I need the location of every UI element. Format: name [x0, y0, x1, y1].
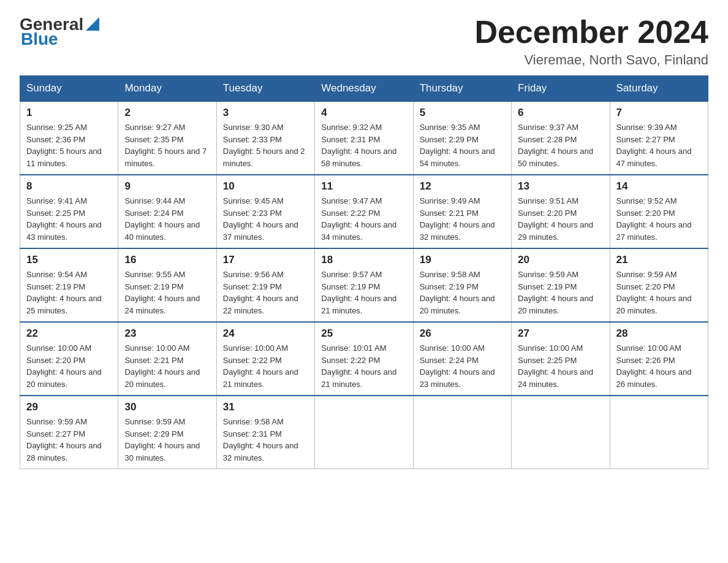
- weekday-header-thursday: Thursday: [413, 76, 511, 102]
- calendar-cell: 3 Sunrise: 9:30 AMSunset: 2:33 PMDayligh…: [216, 101, 314, 175]
- day-info: Sunrise: 9:54 AMSunset: 2:19 PMDaylight:…: [26, 269, 112, 316]
- day-info: Sunrise: 9:59 AMSunset: 2:27 PMDaylight:…: [26, 416, 112, 464]
- calendar-cell: 4 Sunrise: 9:32 AMSunset: 2:31 PMDayligh…: [315, 101, 413, 175]
- calendar-cell: 24 Sunrise: 10:00 AMSunset: 2:22 PMDayli…: [216, 322, 314, 396]
- day-number: 15: [26, 254, 112, 266]
- calendar-cell: 17 Sunrise: 9:56 AMSunset: 2:19 PMDaylig…: [216, 248, 314, 322]
- day-number: 16: [124, 254, 210, 266]
- day-info: Sunrise: 9:39 AMSunset: 2:27 PMDaylight:…: [616, 121, 702, 169]
- weekday-header-tuesday: Tuesday: [216, 76, 314, 102]
- day-number: 24: [223, 327, 308, 340]
- day-info: Sunrise: 9:57 AMSunset: 2:19 PMDaylight:…: [321, 269, 406, 316]
- day-info: Sunrise: 9:32 AMSunset: 2:31 PMDaylight:…: [321, 121, 406, 169]
- weekday-header-sunday: Sunday: [20, 76, 118, 102]
- calendar-cell: 26 Sunrise: 10:00 AMSunset: 2:24 PMDayli…: [413, 322, 511, 396]
- day-info: Sunrise: 9:35 AMSunset: 2:29 PMDaylight:…: [420, 121, 505, 169]
- day-number: 12: [420, 180, 505, 193]
- calendar-title: December 2024: [474, 15, 708, 50]
- calendar-cell: 21 Sunrise: 9:59 AMSunset: 2:20 PMDaylig…: [610, 248, 708, 322]
- calendar-cell: 20 Sunrise: 9:59 AMSunset: 2:19 PMDaylig…: [512, 248, 610, 322]
- day-info: Sunrise: 10:00 AMSunset: 2:20 PMDaylight…: [26, 342, 112, 390]
- day-info: Sunrise: 10:01 AMSunset: 2:22 PMDaylight…: [321, 342, 406, 390]
- calendar-cell: [413, 396, 511, 469]
- weekday-header-friday: Friday: [512, 76, 610, 102]
- day-info: Sunrise: 9:27 AMSunset: 2:35 PMDaylight:…: [124, 121, 210, 169]
- day-number: 23: [124, 327, 210, 340]
- calendar-cell: 10 Sunrise: 9:45 AMSunset: 2:23 PMDaylig…: [216, 175, 314, 248]
- day-number: 19: [420, 254, 505, 266]
- day-number: 8: [26, 180, 112, 193]
- day-info: Sunrise: 9:52 AMSunset: 2:20 PMDaylight:…: [616, 195, 702, 243]
- logo: General Blue: [20, 15, 99, 49]
- week-row-3: 15 Sunrise: 9:54 AMSunset: 2:19 PMDaylig…: [20, 248, 708, 322]
- calendar-cell: 19 Sunrise: 9:58 AMSunset: 2:19 PMDaylig…: [413, 248, 511, 322]
- day-info: Sunrise: 9:37 AMSunset: 2:28 PMDaylight:…: [518, 121, 603, 169]
- day-info: Sunrise: 10:00 AMSunset: 2:21 PMDaylight…: [124, 342, 210, 390]
- day-info: Sunrise: 9:59 AMSunset: 2:29 PMDaylight:…: [124, 416, 210, 464]
- day-info: Sunrise: 9:58 AMSunset: 2:19 PMDaylight:…: [420, 269, 505, 316]
- day-number: 1: [26, 107, 112, 119]
- day-info: Sunrise: 9:44 AMSunset: 2:24 PMDaylight:…: [124, 195, 210, 243]
- week-row-2: 8 Sunrise: 9:41 AMSunset: 2:25 PMDayligh…: [20, 175, 708, 248]
- calendar-cell: 13 Sunrise: 9:51 AMSunset: 2:20 PMDaylig…: [512, 175, 610, 248]
- calendar-cell: 2 Sunrise: 9:27 AMSunset: 2:35 PMDayligh…: [118, 101, 216, 175]
- day-info: Sunrise: 9:51 AMSunset: 2:20 PMDaylight:…: [518, 195, 603, 243]
- day-info: Sunrise: 9:41 AMSunset: 2:25 PMDaylight:…: [26, 195, 112, 243]
- svg-marker-0: [86, 17, 99, 31]
- day-number: 18: [321, 254, 406, 266]
- calendar-cell: 5 Sunrise: 9:35 AMSunset: 2:29 PMDayligh…: [413, 101, 511, 175]
- day-number: 25: [321, 327, 406, 340]
- day-number: 21: [616, 254, 702, 266]
- calendar-cell: 6 Sunrise: 9:37 AMSunset: 2:28 PMDayligh…: [512, 101, 610, 175]
- calendar-cell: 28 Sunrise: 10:00 AMSunset: 2:26 PMDayli…: [610, 322, 708, 396]
- day-info: Sunrise: 9:49 AMSunset: 2:21 PMDaylight:…: [420, 195, 505, 243]
- day-number: 27: [518, 327, 603, 340]
- calendar-table: SundayMondayTuesdayWednesdayThursdayFrid…: [20, 75, 708, 469]
- calendar-cell: 8 Sunrise: 9:41 AMSunset: 2:25 PMDayligh…: [20, 175, 118, 248]
- day-info: Sunrise: 10:00 AMSunset: 2:22 PMDaylight…: [223, 342, 308, 390]
- day-number: 31: [223, 401, 308, 413]
- day-info: Sunrise: 10:00 AMSunset: 2:26 PMDaylight…: [616, 342, 702, 390]
- weekday-header-monday: Monday: [118, 76, 216, 102]
- day-number: 2: [124, 107, 210, 119]
- page-header: General Blue December 2024 Vieremae, Nor…: [20, 15, 708, 68]
- day-number: 30: [124, 401, 210, 413]
- calendar-cell: [315, 396, 413, 469]
- day-number: 10: [223, 180, 308, 193]
- calendar-cell: 25 Sunrise: 10:01 AMSunset: 2:22 PMDayli…: [315, 322, 413, 396]
- calendar-cell: [610, 396, 708, 469]
- day-number: 20: [518, 254, 603, 266]
- calendar-cell: 9 Sunrise: 9:44 AMSunset: 2:24 PMDayligh…: [118, 175, 216, 248]
- weekday-header-row: SundayMondayTuesdayWednesdayThursdayFrid…: [20, 76, 708, 102]
- calendar-cell: 14 Sunrise: 9:52 AMSunset: 2:20 PMDaylig…: [610, 175, 708, 248]
- calendar-cell: 30 Sunrise: 9:59 AMSunset: 2:29 PMDaylig…: [118, 396, 216, 469]
- day-number: 11: [321, 180, 406, 193]
- calendar-cell: 11 Sunrise: 9:47 AMSunset: 2:22 PMDaylig…: [315, 175, 413, 248]
- week-row-5: 29 Sunrise: 9:59 AMSunset: 2:27 PMDaylig…: [20, 396, 708, 469]
- day-info: Sunrise: 9:25 AMSunset: 2:36 PMDaylight:…: [26, 121, 112, 169]
- day-number: 22: [26, 327, 112, 340]
- calendar-cell: 1 Sunrise: 9:25 AMSunset: 2:36 PMDayligh…: [20, 101, 118, 175]
- calendar-cell: 31 Sunrise: 9:58 AMSunset: 2:31 PMDaylig…: [216, 396, 314, 469]
- calendar-cell: 23 Sunrise: 10:00 AMSunset: 2:21 PMDayli…: [118, 322, 216, 396]
- logo-blue-text: Blue: [20, 29, 58, 49]
- day-number: 26: [420, 327, 505, 340]
- day-info: Sunrise: 10:00 AMSunset: 2:24 PMDaylight…: [420, 342, 505, 390]
- day-info: Sunrise: 10:00 AMSunset: 2:25 PMDaylight…: [518, 342, 603, 390]
- day-info: Sunrise: 9:58 AMSunset: 2:31 PMDaylight:…: [223, 416, 308, 464]
- calendar-cell: 16 Sunrise: 9:55 AMSunset: 2:19 PMDaylig…: [118, 248, 216, 322]
- day-number: 28: [616, 327, 702, 340]
- calendar-cell: 12 Sunrise: 9:49 AMSunset: 2:21 PMDaylig…: [413, 175, 511, 248]
- day-number: 5: [420, 107, 505, 119]
- day-number: 3: [223, 107, 308, 119]
- calendar-cell: 18 Sunrise: 9:57 AMSunset: 2:19 PMDaylig…: [315, 248, 413, 322]
- calendar-cell: 7 Sunrise: 9:39 AMSunset: 2:27 PMDayligh…: [610, 101, 708, 175]
- day-info: Sunrise: 9:47 AMSunset: 2:22 PMDaylight:…: [321, 195, 406, 243]
- title-block: December 2024 Vieremae, North Savo, Finl…: [474, 15, 708, 68]
- logo-triangle-icon: [86, 17, 99, 31]
- day-info: Sunrise: 9:45 AMSunset: 2:23 PMDaylight:…: [223, 195, 308, 243]
- day-info: Sunrise: 9:56 AMSunset: 2:19 PMDaylight:…: [223, 269, 308, 316]
- day-number: 6: [518, 107, 603, 119]
- day-info: Sunrise: 9:59 AMSunset: 2:19 PMDaylight:…: [518, 269, 603, 316]
- day-number: 17: [223, 254, 308, 266]
